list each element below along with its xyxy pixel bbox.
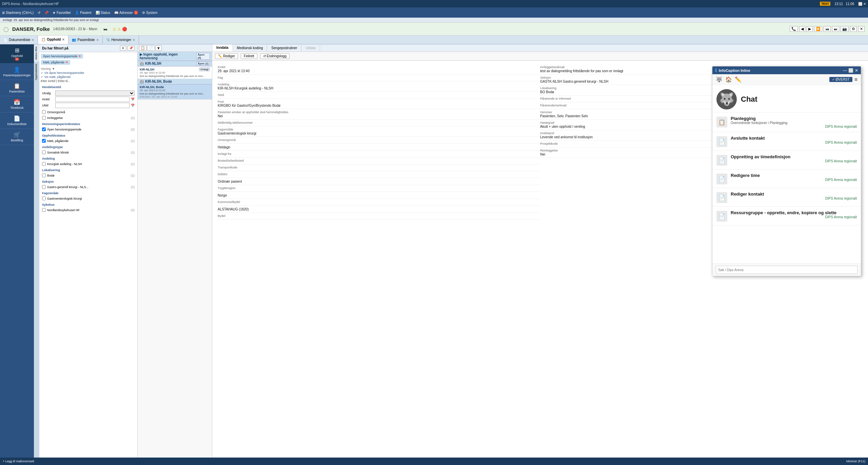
remove-filter-mott[interactable]: ✕ bbox=[65, 61, 68, 64]
settings-button[interactable]: ⚙ bbox=[850, 26, 857, 32]
opphold-icon: 📋 bbox=[41, 38, 45, 41]
side-tab-aktive-filtre[interactable]: Aktive filtre bbox=[34, 44, 39, 62]
ic-titlebar: ℹ InfoCaption Inline — ⬜ ✕ bbox=[712, 66, 861, 74]
ic-item-oppretting-timedefinisjon[interactable]: 📄 Oppretting av timedefinisjon DIPS Aren… bbox=[712, 151, 861, 169]
tab-pasientliste[interactable]: 👥 Pasientliste ✕ bbox=[68, 36, 102, 44]
close-tab-opphold[interactable]: ✕ bbox=[62, 38, 65, 41]
sidebar-item-opphold[interactable]: ⊞ Opphold 1 bbox=[0, 44, 34, 64]
side-action-tabs: Aktive filtre Oppholdsliste bbox=[34, 44, 39, 465]
window-controls[interactable]: ⬜ ✕ bbox=[858, 2, 866, 6]
person-icon: 👤 bbox=[75, 11, 79, 15]
nordlandssykehuset-checkbox[interactable] bbox=[42, 208, 46, 212]
main-tabs: 📄 Dokumentliste ✕ 📋 Opphold ✕ 👥 Pasientl… bbox=[0, 36, 868, 44]
tab-dokumentliste[interactable]: 📄 Dokumentliste ✕ bbox=[0, 36, 38, 44]
detail-tab-medisinsk-koding[interactable]: Medisinsk koding bbox=[233, 45, 268, 51]
filter-clear-button[interactable]: ✕ bbox=[120, 46, 126, 50]
ic-chat-title: Chat bbox=[741, 95, 757, 104]
list-btn-3[interactable]: ▼ bbox=[155, 45, 162, 51]
endringslogg-button[interactable]: ↺ Endringslogg bbox=[260, 53, 290, 59]
detail-tab-inndata[interactable]: Inndata bbox=[212, 44, 233, 52]
sidebar-item-dokumentliste[interactable]: 📄 Dokumentliste bbox=[0, 113, 34, 129]
ic-overst-button[interactable]: ✓ ØVERST bbox=[829, 77, 852, 82]
utvalg-select[interactable] bbox=[55, 90, 135, 96]
bodo-checkbox[interactable] bbox=[42, 174, 46, 177]
add-malinnomsett[interactable]: + Legg til malinnomsett bbox=[3, 460, 34, 463]
ic-home-icon[interactable]: 🏠 bbox=[725, 76, 732, 83]
mott-paagaaende-checkbox[interactable] bbox=[42, 139, 46, 143]
patient-action-3[interactable]: ⏩ bbox=[814, 26, 822, 32]
sidebar-item-pasientopplysninger[interactable]: 👤 Pasientopplysninger bbox=[0, 64, 34, 80]
gastroenterologisk-checkbox[interactable] bbox=[42, 197, 46, 200]
aapen-henvisning-checkbox[interactable] bbox=[42, 127, 46, 131]
ic-item-redigere-time[interactable]: 📄 Redigere time DIPS Arena regionalt bbox=[712, 169, 861, 188]
close-tab-dokumentliste[interactable]: ✕ bbox=[32, 38, 34, 42]
tab-opphold[interactable]: 📋 Opphold ✕ bbox=[38, 36, 68, 44]
close-patient-button[interactable]: ✕ bbox=[858, 26, 865, 32]
ic-item-rediger-kontakt-icon: 📄 bbox=[716, 192, 727, 203]
patient-action-4[interactable]: ⏮ bbox=[824, 26, 831, 32]
remove-filter-aapen[interactable]: ✕ bbox=[78, 55, 81, 58]
inntid-input[interactable] bbox=[55, 97, 130, 102]
startmeny-button[interactable]: ⊞ Startmeny (Ctrl+L) bbox=[2, 11, 34, 15]
kirurgisk-checkbox[interactable] bbox=[42, 162, 46, 166]
list-item-kir-nlsh-bodo-1[interactable]: KIR-NLSH, Bodø 29. apr 2021 kl 13:40 tes… bbox=[138, 84, 212, 100]
status-button[interactable]: 📊 Status bbox=[96, 11, 110, 15]
gear-icon: ⚙ bbox=[142, 11, 145, 15]
ic-item-rediger-kontakt[interactable]: 📄 Rediger kontakt DIPS Arena regionalt bbox=[712, 188, 861, 207]
favoritter-button[interactable]: ★ Favoritter bbox=[53, 11, 71, 15]
avdelingstype-section: Avdelingstype Somatisk klinisk (1) bbox=[41, 145, 136, 154]
list-btn-1[interactable]: 📋 bbox=[139, 45, 146, 51]
sidebar-item-pasientliste[interactable]: 📋 Pasientliste bbox=[0, 80, 34, 96]
uttid-input[interactable] bbox=[55, 103, 130, 108]
gastro-checkbox[interactable] bbox=[42, 185, 46, 189]
tab-henvisninger[interactable]: 📎 Henvisninger ✕ bbox=[103, 36, 139, 44]
pasient-button[interactable]: 👤 Pasient bbox=[75, 11, 91, 15]
field-avdeling: Avdeling KIR-NLSH Kirurgisk avdeling - N… bbox=[218, 81, 540, 92]
sidebar-item-bestilling[interactable]: 🛒 Bestilling bbox=[0, 129, 34, 145]
omsorgsniva-checkbox[interactable] bbox=[42, 110, 46, 114]
pin-button[interactable]: 📌 bbox=[44, 11, 48, 15]
patient-id: 140198-00063 - 23 år - Mann bbox=[53, 27, 97, 31]
innleggelse-checkbox[interactable] bbox=[42, 116, 46, 120]
side-tab-oppholdsliste[interactable]: Oppholdsliste bbox=[34, 62, 39, 82]
oppholdsstatus-section: Oppholdsstatus Møtt, pågående (1) bbox=[41, 133, 136, 143]
rediger-button[interactable]: ✏️ Rediger bbox=[215, 53, 238, 59]
ic-item-ressursgruppe[interactable]: 📄 Ressursgruppe - opprette, endre, kopie… bbox=[712, 207, 861, 225]
list-nav-icon: 📋 bbox=[14, 83, 20, 89]
field-bydel: Bydel bbox=[218, 213, 540, 220]
detail-tab-sengepostrutiner[interactable]: Sengepostrutiner bbox=[267, 45, 301, 51]
patient-action-1[interactable]: ◀ bbox=[799, 26, 805, 32]
patient-action-5[interactable]: ⏭ bbox=[832, 26, 839, 32]
detail-tab-utdata[interactable]: Utdata bbox=[301, 45, 320, 51]
phone-button[interactable]: 📞 bbox=[790, 26, 798, 32]
minimize-button[interactable]: Minimer (F11) bbox=[846, 460, 865, 463]
ic-edit-icon[interactable]: ✏️ bbox=[735, 76, 742, 83]
close-tab-pasientliste[interactable]: ✕ bbox=[96, 38, 99, 42]
refresh-button[interactable]: ↺ bbox=[38, 11, 40, 15]
ic-search-bar bbox=[712, 263, 861, 276]
system-button[interactable]: ⚙ System bbox=[142, 11, 157, 15]
ic-item-planlegging[interactable]: 📋 Planlegging Overordnede funksjoner i P… bbox=[712, 113, 861, 132]
ic-chat-section[interactable]: 🐺 Chat bbox=[712, 85, 861, 113]
ic-close-button[interactable]: ✕ bbox=[855, 68, 858, 73]
list-item-kir-nlsh-1[interactable]: KIR-NLSH Innlagt 29. apr 2021 kl 13:40 t… bbox=[138, 66, 212, 79]
feilrett-button[interactable]: Feilrett bbox=[241, 53, 257, 59]
patient-action-2[interactable]: ▶ bbox=[807, 26, 813, 32]
adresser-button[interactable]: 📖 Adresser 1 bbox=[114, 11, 138, 15]
field-kommune: Kommune/Bydel bbox=[218, 199, 540, 206]
ic-hamburger-icon[interactable]: ≡ bbox=[854, 77, 857, 83]
field-boststed: Bosted/arbeidssted bbox=[218, 158, 540, 164]
ic-item-avslutte-kontakt[interactable]: 📄 Avslutte kontakt DIPS Arena regionalt bbox=[712, 132, 861, 151]
list-btn-2[interactable]: 📄 bbox=[147, 45, 155, 51]
somatisk-checkbox[interactable] bbox=[42, 150, 46, 154]
sidebar-item-timebook[interactable]: 📅 Timebook bbox=[0, 96, 34, 113]
ic-minimize-button[interactable]: — bbox=[843, 68, 847, 73]
checkmark-icon: ✓ bbox=[832, 78, 835, 81]
ic-maximize-button[interactable]: ⬜ bbox=[848, 68, 853, 73]
fagomrade-section: Fagområde Gastroenterologisk kirurgi bbox=[41, 191, 136, 200]
filter-pin-button[interactable]: 📌 bbox=[127, 46, 135, 50]
ic-search-input[interactable] bbox=[716, 266, 857, 274]
close-tab-henvisninger[interactable]: ✕ bbox=[133, 38, 135, 42]
camera-button[interactable]: 📷 bbox=[841, 26, 849, 32]
detail-toolbar: ✏️ Rediger Feilrett ↺ Endringslogg bbox=[212, 52, 868, 61]
